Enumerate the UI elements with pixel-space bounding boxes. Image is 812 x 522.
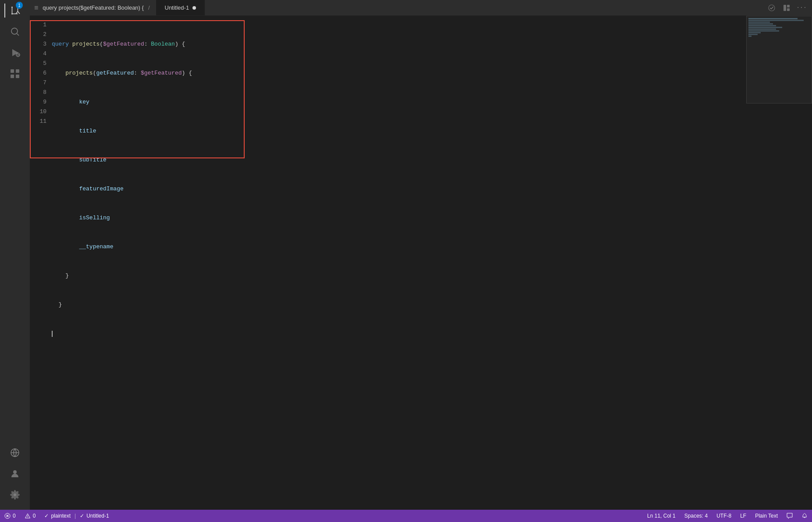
check-icon xyxy=(768,4,775,11)
line-num-7: 7 xyxy=(30,78,46,88)
layout-icon xyxy=(783,4,790,11)
error-count: 0 xyxy=(13,513,16,519)
status-feedback[interactable] xyxy=(782,510,797,522)
more-action-button[interactable]: ··· xyxy=(795,2,808,14)
menu-icon: ≡ xyxy=(34,4,38,12)
branch-name: plaintext xyxy=(51,513,71,519)
language-text: Plain Text xyxy=(755,513,778,519)
account-icon xyxy=(10,468,20,479)
error-icon xyxy=(4,513,11,519)
status-encoding[interactable]: UTF-8 xyxy=(712,510,736,522)
code-line-11 xyxy=(52,329,812,339)
line-num-5: 5 xyxy=(30,59,46,68)
svg-point-17 xyxy=(769,5,775,11)
svg-rect-11 xyxy=(16,69,19,73)
svg-line-7 xyxy=(17,34,19,36)
line-num-11: 11 xyxy=(30,117,46,126)
run-icon xyxy=(10,47,20,58)
separator-pipe: | xyxy=(75,513,76,519)
status-branch[interactable]: ✓ plaintext | ✓ Untitled-1 xyxy=(40,510,113,522)
svg-rect-10 xyxy=(11,69,14,73)
main-area: ≡ query projects($getFeatured: Boolean) … xyxy=(30,0,812,510)
code-line-7: isSelling xyxy=(52,213,812,223)
svg-point-16 xyxy=(13,470,17,474)
code-content: query projects($getFeatured: Boolean) { … xyxy=(52,20,812,505)
layout-action-button[interactable] xyxy=(780,2,793,14)
activity-item-settings[interactable] xyxy=(4,484,25,505)
warning-count: 0 xyxy=(33,513,36,519)
line-numbers: 1 2 3 4 5 6 7 8 9 10 11 xyxy=(30,20,52,505)
tab-breadcrumb-title: query projects($getFeatured: Boolean) { xyxy=(43,4,144,11)
position-text: Ln 11, Col 1 xyxy=(647,513,676,519)
activity-bar: 1 xyxy=(0,0,30,510)
check-mark: ✓ xyxy=(44,513,49,519)
line-num-8: 8 xyxy=(30,88,46,97)
check-action-button[interactable] xyxy=(766,2,778,14)
notification-icon xyxy=(801,513,808,519)
code-line-8: __typename xyxy=(52,242,812,252)
activity-item-source-control[interactable]: 1 xyxy=(4,0,25,21)
activity-item-search[interactable] xyxy=(4,21,25,42)
activity-item-remote[interactable] xyxy=(4,442,25,463)
tab-filename: Untitled-1 xyxy=(165,4,189,11)
code-line-6: featuredImage xyxy=(52,184,812,194)
line-num-10: 10 xyxy=(30,107,46,117)
svg-rect-19 xyxy=(787,5,790,7)
breadcrumb-separator: / xyxy=(148,4,150,11)
status-left: 0 0 ✓ plaintext | ✓ Untitled-1 xyxy=(0,510,114,522)
status-language[interactable]: Plain Text xyxy=(751,510,782,522)
svg-rect-18 xyxy=(784,5,786,11)
code-line-1: query projects($getFeatured: Boolean) { xyxy=(52,39,812,49)
status-spaces[interactable]: Spaces: 4 xyxy=(680,510,712,522)
status-errors[interactable]: 0 xyxy=(0,510,20,522)
status-line-ending[interactable]: LF xyxy=(736,510,751,522)
line-num-6: 6 xyxy=(30,68,46,78)
warning-icon xyxy=(25,513,31,519)
line-num-2: 2 xyxy=(30,30,46,39)
line-num-1: 1 xyxy=(30,20,46,30)
activity-item-account[interactable] xyxy=(4,463,25,484)
svg-point-6 xyxy=(11,28,18,34)
feedback-icon xyxy=(787,513,793,519)
tab-breadcrumb: ≡ query projects($getFeatured: Boolean) … xyxy=(30,0,156,15)
settings-icon xyxy=(10,490,20,500)
line-ending-text: LF xyxy=(740,513,746,519)
source-control-badge: 1 xyxy=(16,2,23,9)
activity-item-run[interactable] xyxy=(4,42,25,63)
code-line-3: key xyxy=(52,97,812,107)
check-mark-2: ✓ xyxy=(80,513,84,519)
svg-rect-13 xyxy=(16,75,19,78)
code-line-2: projects(getFeatured: $getFeatured) { xyxy=(52,68,812,78)
line-num-4: 4 xyxy=(30,49,46,59)
status-warnings[interactable]: 0 xyxy=(20,510,40,522)
code-line-5: subTitle xyxy=(52,155,812,165)
encoding-text: UTF-8 xyxy=(716,513,731,519)
spaces-text: Spaces: 4 xyxy=(684,513,708,519)
status-right: Ln 11, Col 1 Spaces: 4 UTF-8 LF Plain Te… xyxy=(643,510,812,522)
extensions-icon xyxy=(10,68,20,79)
status-position[interactable]: Ln 11, Col 1 xyxy=(643,510,680,522)
text-cursor xyxy=(52,331,53,337)
tab-modified-dot xyxy=(192,6,196,10)
svg-point-25 xyxy=(27,517,28,518)
tab-bar: ≡ query projects($getFeatured: Boolean) … xyxy=(30,0,812,16)
editor-content: 1 2 3 4 5 6 7 8 9 10 11 query projects($… xyxy=(30,16,812,510)
status-bar: 0 0 ✓ plaintext | ✓ Untitled-1 Ln 11, Co… xyxy=(0,510,812,522)
line-num-9: 9 xyxy=(30,97,46,107)
line-num-3: 3 xyxy=(30,39,46,49)
file-name: Untitled-1 xyxy=(86,513,109,519)
activity-item-extensions[interactable] xyxy=(4,63,25,84)
search-icon xyxy=(10,26,20,37)
svg-rect-0 xyxy=(11,7,13,8)
editor-tab[interactable]: Untitled-1 xyxy=(156,0,206,15)
editor-area[interactable]: 1 2 3 4 5 6 7 8 9 10 11 query projects($… xyxy=(30,16,812,510)
status-notifications[interactable] xyxy=(797,510,812,522)
svg-rect-12 xyxy=(11,75,14,78)
code-line-9: } xyxy=(52,271,812,281)
svg-rect-20 xyxy=(787,8,790,11)
code-line-4: title xyxy=(52,126,812,136)
remote-icon xyxy=(10,447,20,458)
tab-actions: ··· xyxy=(766,0,812,15)
more-icon: ··· xyxy=(796,4,806,11)
code-line-10: } xyxy=(52,300,812,310)
